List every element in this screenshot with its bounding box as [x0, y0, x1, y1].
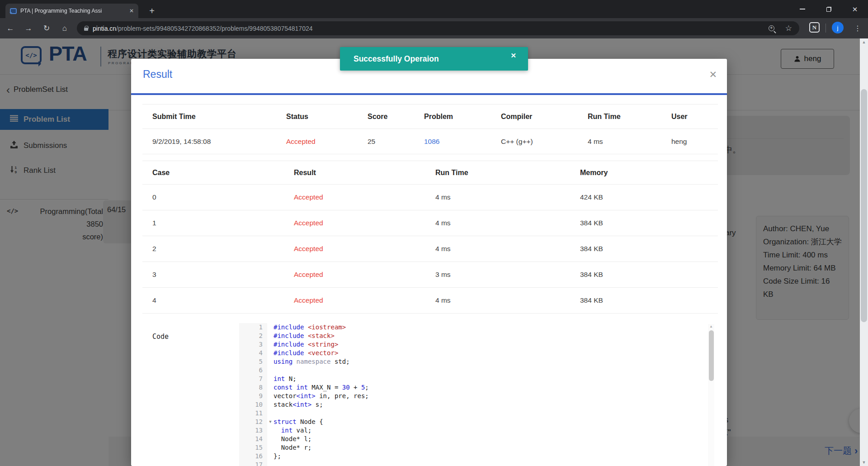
- line-number: 17: [239, 461, 267, 466]
- column-header: Problem: [424, 113, 501, 121]
- code-text: int val;: [274, 426, 716, 435]
- table-cell: 4 ms: [435, 245, 580, 253]
- code-scrollbar[interactable]: ▲: [708, 324, 714, 466]
- code-line: 1#include <iostream>: [239, 323, 716, 332]
- back-button[interactable]: ←: [3, 21, 18, 36]
- zoom-icon[interactable]: +: [769, 25, 774, 31]
- fold-gutter: [267, 383, 274, 392]
- window-restore-button[interactable]: [816, 0, 842, 18]
- table-cell: 1: [142, 219, 294, 227]
- table-cell: 384 KB: [580, 245, 718, 253]
- browser-menu-button[interactable]: ⋮: [851, 20, 864, 36]
- notion-extension-icon[interactable]: N: [809, 22, 820, 33]
- tab-close-icon[interactable]: ✕: [129, 8, 134, 14]
- table-header-row: CaseResultRun TimeMemory: [142, 161, 718, 185]
- toast-close-icon[interactable]: ✕: [510, 52, 516, 60]
- column-header: Case: [142, 169, 294, 177]
- code-scroll-up-icon[interactable]: ▲: [708, 324, 714, 329]
- table-cell: 424 KB: [580, 193, 718, 201]
- table-cell: 4 ms: [435, 193, 580, 201]
- line-number: 14: [239, 435, 267, 443]
- line-number: 13: [239, 426, 267, 435]
- code-line: 5using namespace std;: [239, 357, 716, 366]
- fold-gutter: [267, 409, 274, 418]
- page-scrollbar[interactable]: ▲ ▼: [860, 38, 868, 466]
- fold-arrow-icon[interactable]: ▼: [267, 418, 274, 426]
- table-row: 9/2/2019, 14:58:08Accepted251086C++ (g++…: [142, 129, 718, 154]
- close-icon: ✕: [852, 6, 858, 13]
- reload-button[interactable]: ↻: [39, 21, 54, 36]
- table-cell: 4: [142, 296, 294, 304]
- new-tab-button[interactable]: +: [146, 5, 158, 17]
- line-number: 4: [239, 349, 267, 357]
- browser-toolbar: ← → ↻ ⌂ pintia.cn/problem-sets/994805342…: [0, 18, 868, 38]
- table-cell: Accepted: [294, 245, 435, 253]
- column-header: Run Time: [588, 113, 671, 121]
- column-header: User: [671, 113, 718, 121]
- code-text: [274, 366, 716, 375]
- code-text: #include <iostream>: [274, 323, 716, 332]
- code-scrollbar-thumb[interactable]: [709, 330, 714, 381]
- minimize-icon: [800, 9, 805, 10]
- url-path: /problem-sets/994805342720868352/problem…: [116, 25, 312, 32]
- modal-title: Result: [143, 68, 172, 81]
- fold-gutter: [267, 443, 274, 452]
- table-cell: 384 KB: [580, 271, 718, 279]
- scroll-up-arrow-icon[interactable]: ▲: [860, 38, 868, 46]
- scroll-down-arrow-icon[interactable]: ▼: [860, 459, 868, 466]
- url-host: pintia.cn: [93, 25, 116, 32]
- page-scrollbar-thumb[interactable]: [861, 89, 867, 322]
- code-line: 9vector<int> in, pre, res;: [239, 392, 716, 400]
- table-cell: Accepted: [294, 193, 435, 201]
- code-line: 17: [239, 461, 716, 466]
- problem-link[interactable]: 1086: [424, 138, 501, 146]
- column-header: Run Time: [435, 169, 580, 177]
- modal-accent-line: [131, 93, 727, 95]
- line-number: 2: [239, 332, 267, 340]
- home-button[interactable]: ⌂: [57, 21, 72, 36]
- pta-favicon-icon: [10, 8, 17, 14]
- browser-tab[interactable]: PTA | Programming Teaching Assi ✕: [5, 4, 138, 18]
- code-line: 7int N;: [239, 375, 716, 383]
- fold-gutter: [267, 426, 274, 435]
- line-number: 7: [239, 375, 267, 383]
- line-number: 12: [239, 418, 267, 426]
- code-block[interactable]: 1#include <iostream>2#include <stack>3#i…: [239, 323, 716, 466]
- code-text: struct Node {: [274, 418, 716, 426]
- table-cell: 0: [142, 193, 294, 201]
- column-header: Result: [294, 169, 435, 177]
- table-row: 0Accepted4 ms424 KB: [142, 185, 718, 210]
- table-cell: Accepted: [286, 138, 368, 146]
- window-minimize-button[interactable]: [789, 0, 816, 18]
- table-cell: 9/2/2019, 14:58:08: [142, 138, 286, 146]
- code-line: 10stack<int> s;: [239, 400, 716, 409]
- code-line: 13 int val;: [239, 426, 716, 435]
- code-line: 8const int MAX_N = 30 + 5;: [239, 383, 716, 392]
- code-text: vector<int> in, pre, res;: [274, 392, 716, 400]
- line-number: 3: [239, 340, 267, 349]
- code-text: Node* r;: [274, 443, 716, 452]
- code-text: Node* l;: [274, 435, 716, 443]
- code-text: #include <stack>: [274, 332, 716, 340]
- restore-icon: [826, 7, 831, 12]
- address-bar[interactable]: pintia.cn/problem-sets/99480534272086835…: [77, 21, 799, 35]
- line-number: 8: [239, 383, 267, 392]
- column-header: Score: [368, 113, 424, 121]
- browser-profile-avatar[interactable]: j: [832, 22, 844, 33]
- table-row: 4Accepted4 ms384 KB: [142, 288, 718, 314]
- column-header: Submit Time: [142, 113, 286, 121]
- code-line: 12▼struct Node {: [239, 418, 716, 426]
- code-text: [274, 409, 716, 418]
- window-close-button[interactable]: ✕: [842, 0, 868, 18]
- column-header: Compiler: [501, 113, 588, 121]
- code-line: 3#include <string>: [239, 340, 716, 349]
- toast-message: Successfully Operaion: [354, 54, 439, 64]
- fold-gutter: [267, 349, 274, 357]
- code-line: 16};: [239, 452, 716, 461]
- bookmark-star-icon[interactable]: ☆: [785, 24, 792, 33]
- result-modal: Result ✕ Submit TimeStatusScoreProblemCo…: [131, 59, 727, 466]
- table-cell: 384 KB: [580, 219, 718, 227]
- forward-button[interactable]: →: [21, 21, 36, 36]
- table-cell: heng: [671, 138, 718, 146]
- modal-close-icon[interactable]: ✕: [709, 69, 717, 80]
